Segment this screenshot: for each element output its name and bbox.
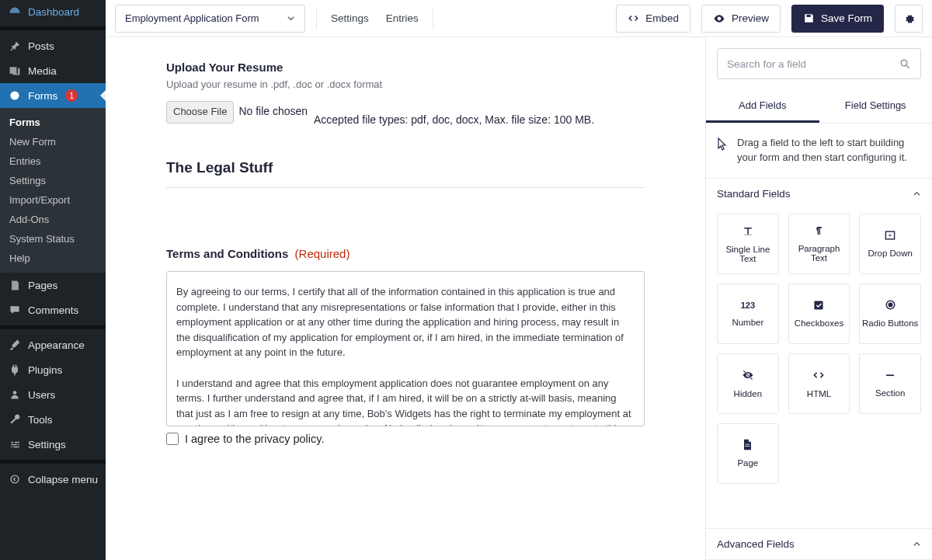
eye-off-icon [742,369,754,381]
media-icon [8,64,22,78]
field-upload-resume[interactable]: Upload Your Resume Upload your resume in… [166,61,645,128]
subitem-addons[interactable]: Add-Ons [0,210,106,229]
save-disk-icon [803,12,815,24]
sidebar-item-pages[interactable]: Pages [0,273,106,297]
dropdown-icon [885,230,895,241]
subitem-settings[interactable]: Settings [0,171,106,190]
svg-point-0 [10,91,19,99]
field-type-radio[interactable]: Radio Buttons [859,283,921,344]
sliders-icon [8,437,22,451]
tab-field-settings[interactable]: Field Settings [819,90,933,123]
svg-rect-8 [886,374,894,376]
number-icon: 123 [741,301,755,310]
subitem-new-form[interactable]: New Form [0,132,106,151]
code-icon [812,369,825,381]
save-button[interactable]: Save Form [791,5,884,33]
field-type-checkboxes[interactable]: Checkboxes [788,283,850,344]
svg-point-3 [901,60,907,66]
sidebar-item-forms[interactable]: Forms 1 [0,83,106,108]
chevron-down-icon [287,14,295,23]
subitem-import-export[interactable]: Import/Export [0,190,106,210]
paragraph-icon [813,225,824,236]
agree-checkbox[interactable] [166,433,179,445]
required-indicator: (Required) [295,247,350,260]
update-badge: 1 [65,89,78,102]
sidebar-submenu: Forms New Form Entries Settings Import/E… [0,108,106,273]
chevron-up-icon [913,540,921,548]
field-type-page[interactable]: Page [717,423,779,484]
forms-icon [8,89,22,103]
user-icon [8,388,22,402]
topbar: Employment Application Form Settings Ent… [106,0,932,37]
section-advanced-fields[interactable]: Advanced Fields [706,528,932,560]
sidebar-item-dashboard[interactable]: Dashboard [0,0,106,23]
preview-button[interactable]: Preview [701,5,781,33]
field-search-input[interactable]: Search for a field [717,48,921,79]
drag-hint: Drag a field to the left to start buildi… [706,123,932,178]
checkbox-icon [813,300,824,311]
pages-icon [8,278,22,292]
gear-icon [902,12,915,25]
minus-icon [885,370,895,381]
search-icon [899,58,911,70]
field-label: Terms and Conditions (Required) [166,247,645,260]
subitem-entries[interactable]: Entries [0,151,106,171]
sidebar-item-comments[interactable]: Comments [0,297,106,322]
svg-point-2 [11,475,19,483]
embed-button[interactable]: Embed [616,5,690,33]
field-terms[interactable]: Terms and Conditions (Required) By agree… [166,247,645,445]
plug-icon [8,363,22,377]
page-icon [742,439,753,450]
tab-add-fields[interactable]: Add Fields [706,90,819,123]
field-type-html[interactable]: HTML [788,353,850,414]
cursor-icon [717,137,728,165]
subitem-system-status[interactable]: System Status [0,229,106,249]
sidebar-item-plugins[interactable]: Plugins [0,357,106,382]
sidebar-item-appearance[interactable]: Appearance [0,332,106,357]
form-settings-button[interactable] [895,5,923,33]
eye-icon [713,12,725,25]
topbar-settings[interactable]: Settings [328,12,372,24]
file-accepted-hint: Accepted file types: pdf, doc, docx, Max… [166,111,645,128]
field-section-legal[interactable]: The Legal Stuff [166,159,645,188]
comment-icon [8,303,22,317]
wrench-icon [8,412,22,426]
field-label: Upload Your Resume [166,61,645,74]
field-type-hidden[interactable]: Hidden [717,353,779,414]
sidebar-item-users[interactable]: Users [0,382,106,407]
brush-icon [8,338,22,352]
form-switcher[interactable]: Employment Application Form [115,5,305,33]
admin-sidebar: Dashboard Posts Media Forms 1 Forms New … [0,0,106,560]
sidebar-item-settings[interactable]: Settings [0,432,106,457]
field-type-dropdown[interactable]: Drop Down [859,214,921,274]
svg-point-7 [889,303,892,307]
collapse-icon [8,472,22,486]
agree-label: I agree to the privacy policy. [185,433,324,445]
section-standard-fields[interactable]: Standard Fields [706,178,932,209]
gauge-icon [8,5,22,19]
sidebar-collapse[interactable]: Collapse menu [0,467,106,492]
terms-text-box[interactable]: By agreeing to our terms, I certify that… [166,271,645,426]
sidebar-item-posts[interactable]: Posts [0,33,106,58]
text-icon [742,224,754,237]
code-icon [628,12,639,24]
sidebar-item-tools[interactable]: Tools [0,407,106,432]
subitem-help[interactable]: Help [0,249,106,268]
topbar-entries[interactable]: Entries [383,12,422,24]
subitem-forms[interactable]: Forms [0,113,106,132]
field-type-number[interactable]: 123 Number [717,283,779,344]
radio-icon [885,299,896,311]
right-panel: Search for a field Add Fields Field Sett… [705,37,932,560]
pin-icon [8,39,22,53]
form-canvas: Upload Your Resume Upload your resume in… [106,37,705,560]
svg-rect-5 [815,301,823,309]
field-type-section[interactable]: Section [859,353,921,414]
chevron-up-icon [913,190,921,198]
field-type-paragraph[interactable]: Paragraph Text [788,214,850,274]
field-description: Upload your resume in .pdf, .doc or .doc… [166,78,645,90]
svg-point-1 [13,391,17,395]
sidebar-item-media[interactable]: Media [0,58,106,83]
field-type-single-line[interactable]: Single Line Text [717,214,779,274]
